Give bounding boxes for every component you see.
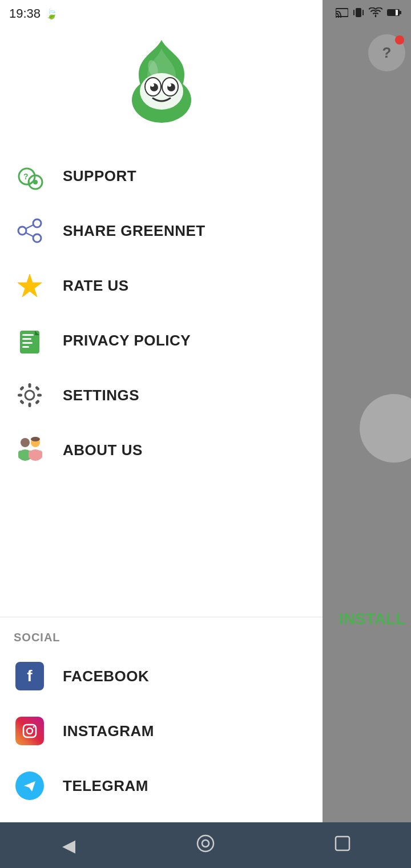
status-icons <box>336 7 402 21</box>
svg-point-26 <box>33 219 41 227</box>
back-button[interactable]: ◀ <box>46 828 91 862</box>
menu-item-about[interactable]: ABOUT US <box>0 423 323 477</box>
svg-rect-4 <box>362 10 364 15</box>
menu-item-share[interactable]: SHARE GREENNET <box>0 203 323 258</box>
leaf-icon: 🍃 <box>45 7 58 20</box>
svg-point-47 <box>21 438 30 447</box>
drawer: ? SUPPORT SHAR <box>0 0 323 868</box>
privacy-label: PRIVACY POLICY <box>63 332 191 349</box>
svg-rect-25 <box>31 182 33 183</box>
svg-point-28 <box>33 234 41 242</box>
install-area: ▶ INSTALL <box>339 610 405 628</box>
svg-point-27 <box>18 227 26 235</box>
app-logo <box>122 34 202 126</box>
install-text: INSTALL <box>339 610 405 628</box>
about-label: ABOUT US <box>63 441 143 459</box>
recents-icon <box>334 835 351 856</box>
svg-rect-36 <box>22 346 29 348</box>
svg-rect-44 <box>35 399 40 404</box>
home-button[interactable] <box>183 828 228 862</box>
home-icon <box>196 834 215 857</box>
svg-point-23 <box>33 180 38 184</box>
settings-label: SETTINGS <box>63 387 139 404</box>
svg-rect-24 <box>28 182 30 183</box>
svg-rect-41 <box>18 394 22 397</box>
svg-point-57 <box>198 835 213 851</box>
svg-point-19 <box>168 83 171 87</box>
menu-item-privacy[interactable]: PRIVACY POLICY <box>0 313 323 368</box>
recents-button[interactable] <box>320 828 365 862</box>
settings-icon <box>14 379 46 411</box>
status-bar: 19:38 🍃 <box>0 0 411 27</box>
menu-item-rate[interactable]: RATE US <box>0 258 323 313</box>
svg-point-18 <box>151 83 154 87</box>
svg-point-56 <box>33 726 35 728</box>
menu-list: ? SUPPORT SHAR <box>0 148 323 617</box>
support-icon: ? <box>14 160 46 192</box>
share-icon <box>14 215 46 247</box>
back-icon: ◀ <box>62 835 75 855</box>
share-label: SHARE GREENNET <box>63 222 206 240</box>
svg-rect-0 <box>336 9 348 17</box>
cast-icon <box>336 7 348 21</box>
svg-rect-2 <box>356 8 361 17</box>
telegram-icon <box>14 770 46 802</box>
menu-item-support[interactable]: ? SUPPORT <box>0 148 323 203</box>
svg-line-29 <box>26 225 33 228</box>
facebook-icon: f <box>14 660 46 692</box>
svg-rect-40 <box>29 403 31 407</box>
about-icon <box>14 434 46 466</box>
menu-item-telegram[interactable]: TELEGRAM <box>0 758 323 813</box>
status-time: 19:38 <box>9 6 41 21</box>
svg-rect-6 <box>400 11 401 14</box>
menu-item-settings[interactable]: SETTINGS <box>0 368 323 423</box>
battery-icon <box>387 8 402 20</box>
help-circle[interactable]: ? <box>368 34 405 71</box>
vibrate-icon <box>353 7 364 21</box>
menu-item-facebook[interactable]: f FACEBOOK <box>0 649 323 704</box>
instagram-label: INSTAGRAM <box>63 722 154 740</box>
svg-rect-43 <box>19 385 25 391</box>
svg-rect-34 <box>22 338 31 340</box>
social-header: SOCIAL <box>0 617 323 649</box>
rate-label: RATE US <box>63 277 129 295</box>
support-label: SUPPORT <box>63 167 136 185</box>
svg-rect-59 <box>336 837 349 850</box>
facebook-label: FACEBOOK <box>63 668 149 685</box>
menu-item-instagram[interactable]: INSTAGRAM <box>0 704 323 758</box>
svg-line-30 <box>26 233 33 236</box>
nav-bar: ◀ <box>0 822 411 868</box>
svg-rect-3 <box>353 10 354 15</box>
svg-rect-45 <box>19 399 25 404</box>
instagram-icon <box>14 715 46 747</box>
telegram-label: TELEGRAM <box>63 777 148 795</box>
help-icon: ? <box>382 44 392 62</box>
svg-rect-46 <box>35 385 40 391</box>
svg-rect-8 <box>388 10 396 15</box>
wifi-icon <box>369 7 382 21</box>
svg-rect-35 <box>22 342 33 344</box>
svg-point-58 <box>202 840 209 847</box>
svg-point-38 <box>25 391 34 400</box>
svg-marker-31 <box>18 274 42 297</box>
svg-rect-39 <box>29 383 31 388</box>
svg-point-53 <box>31 437 40 441</box>
svg-point-55 <box>27 728 33 734</box>
svg-text:?: ? <box>23 172 29 181</box>
star-icon <box>14 270 46 302</box>
svg-rect-52 <box>29 451 42 459</box>
svg-rect-42 <box>37 394 42 397</box>
svg-rect-33 <box>22 334 34 336</box>
privacy-icon <box>14 324 46 356</box>
